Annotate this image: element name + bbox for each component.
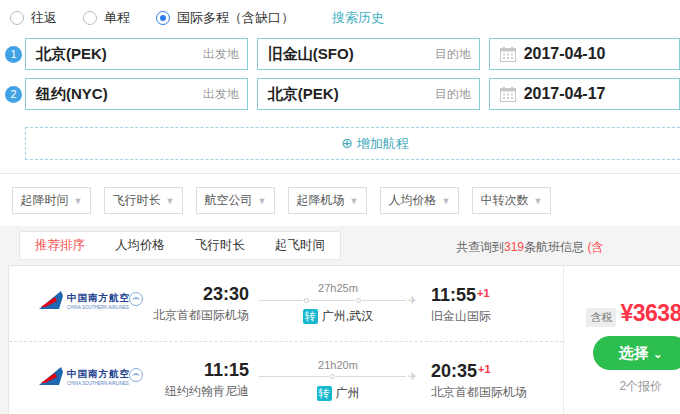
tax-included-badge: 含税	[586, 308, 616, 327]
radio-round-trip[interactable]: 往返	[10, 9, 57, 27]
radio-label: 国际多程（含缺口）	[177, 9, 294, 27]
date-value: 2017-04-10	[524, 45, 606, 63]
plane-icon: ✈	[408, 294, 417, 307]
filter-label: 中转次数	[481, 192, 529, 209]
arrival-info: 20:35+1 北京首都国际机场	[431, 359, 561, 401]
departure-label: 出发地	[203, 86, 239, 103]
departure-city-value: 纽约(NYC)	[36, 85, 108, 104]
filter-label: 人均价格	[389, 192, 437, 209]
filter-label: 起降机场	[297, 192, 345, 209]
select-flight-button[interactable]: 选择⌄	[593, 336, 680, 370]
filter-label: 航空公司	[205, 192, 253, 209]
departure-airport: 北京首都国际机场	[149, 307, 249, 324]
filter-airline[interactable]: 航空公司▼	[196, 187, 275, 214]
search-form: 往返 单程 国际多程（含缺口） 搜索历史 1 北京(PEK) 出发地 旧金山(S…	[0, 0, 680, 174]
plus-one-day: +1	[478, 363, 491, 375]
sort-bar: 推荐排序 人均价格 飞行时长 起飞时间 共查询到319条航班信息 (含	[0, 226, 680, 265]
route-info: 27h25m ✈ 转 广州,武汉	[259, 282, 417, 325]
departure-city-value: 北京(PEK)	[36, 45, 107, 64]
price-panel: 含税 ¥3638 起 选择⌄ 2个报价	[564, 266, 680, 414]
flight-duration: 21h20m	[259, 359, 417, 371]
radio-icon[interactable]	[83, 11, 97, 25]
radio-label: 单程	[104, 9, 130, 27]
arrival-label: 目的地	[435, 86, 471, 103]
transfer-badge: 转	[303, 309, 318, 324]
flight-duration: 27h25m	[259, 282, 417, 294]
chevron-down-icon: ▼	[350, 196, 359, 206]
radio-multi-city[interactable]: 国际多程（含缺口）	[156, 9, 294, 27]
departure-time: 11:15	[149, 360, 249, 380]
flight-segments: 中国南方航空 CHINA SOUTHERN AIRLINES 23:30 北京首…	[9, 266, 564, 414]
date-field-1[interactable]: 2017-04-10	[489, 38, 680, 70]
svg-text:CHINA SOUTHERN AIRLINES: CHINA SOUTHERN AIRLINES	[67, 381, 129, 386]
search-history-link[interactable]: 搜索历史	[332, 9, 384, 27]
filter-label: 飞行时长	[113, 192, 161, 209]
departure-airport: 纽约约翰肯尼迪	[149, 383, 249, 400]
plane-icon: ✈	[408, 370, 417, 383]
departure-info: 23:30 北京首都国际机场	[149, 284, 249, 324]
chevron-down-icon: ▼	[534, 196, 543, 206]
segment-form-row-1: 1 北京(PEK) 出发地 旧金山(SFO) 目的地 2017-04-10	[0, 38, 680, 70]
departure-time: 23:30	[149, 284, 249, 304]
departure-label: 出发地	[203, 46, 239, 63]
departure-info: 11:15 纽约约翰肯尼迪	[149, 360, 249, 400]
add-flight-label: 增加航程	[357, 136, 409, 151]
trip-type-row: 往返 单程 国际多程（含缺口） 搜索历史	[0, 6, 680, 30]
calendar-icon	[500, 87, 516, 102]
departure-city-field-2[interactable]: 纽约(NYC) 出发地	[25, 78, 248, 110]
chevron-down-icon: ▼	[74, 196, 83, 206]
transfer-info: 转 广州,武汉	[259, 308, 417, 325]
arrival-city-field-2[interactable]: 北京(PEK) 目的地	[257, 78, 480, 110]
segment-form-row-2: 2 纽约(NYC) 出发地 北京(PEK) 目的地 2017-04-17	[0, 78, 680, 110]
radio-icon[interactable]	[10, 11, 24, 25]
arrival-city-field-1[interactable]: 旧金山(SFO) 目的地	[257, 38, 480, 70]
segment-number-badge: 1	[5, 46, 22, 63]
chevron-down-icon: ▼	[442, 196, 451, 206]
add-flight-button[interactable]: ⊕增加航程	[25, 127, 680, 160]
date-value: 2017-04-17	[524, 85, 606, 103]
filter-duration[interactable]: 飞行时长▼	[104, 187, 183, 214]
calendar-icon	[500, 47, 516, 62]
route-info: 21h20m ✈ 转 广州	[259, 359, 417, 402]
sort-tab-group: 推荐排序 人均价格 飞行时长 起飞时间	[19, 231, 341, 260]
price-line: 含税 ¥3638 起	[586, 300, 680, 327]
filter-label: 起降时间	[21, 192, 69, 209]
arrival-city-value: 北京(PEK)	[268, 85, 339, 104]
sort-tab-price[interactable]: 人均价格	[100, 232, 180, 259]
chevron-down-icon: ⌄	[653, 347, 663, 361]
transfer-cities: 广州	[336, 385, 360, 402]
transfer-badge: 转	[317, 386, 332, 401]
chevron-down-icon: ▼	[258, 196, 267, 206]
results-section: 推荐排序 人均价格 飞行时长 起飞时间 共查询到319条航班信息 (含 中国南方…	[0, 226, 680, 414]
arrival-city-value: 旧金山(SFO)	[268, 45, 354, 64]
stop-dot-icon	[304, 298, 309, 303]
result-count: 319	[504, 240, 524, 254]
filter-stops[interactable]: 中转次数▼	[472, 187, 551, 214]
select-button-label: 选择	[619, 344, 649, 361]
radio-selected-icon[interactable]	[156, 11, 170, 25]
filter-departure-time[interactable]: 起降时间▼	[12, 187, 91, 214]
filter-price[interactable]: 人均价格▼	[380, 187, 459, 214]
svg-text:中国南方航空: 中国南方航空	[67, 368, 130, 379]
plus-one-day: +1	[477, 287, 490, 299]
sort-tab-departure[interactable]: 起飞时间	[260, 232, 340, 259]
flight-segment-2: 中国南方航空 CHINA SOUTHERN AIRLINES 11:15 纽约约…	[9, 342, 563, 414]
chevron-down-icon: ▼	[166, 196, 175, 206]
arrival-label: 目的地	[435, 46, 471, 63]
arrival-time: 20:35+1	[431, 359, 561, 381]
arrival-info: 11:55+1 旧金山国际	[431, 283, 561, 325]
sort-tab-recommended[interactable]: 推荐排序	[20, 232, 100, 259]
flight-result-card: 中国南方航空 CHINA SOUTHERN AIRLINES 23:30 北京首…	[8, 265, 680, 414]
filter-airport[interactable]: 起降机场▼	[288, 187, 367, 214]
departure-city-field-1[interactable]: 北京(PEK) 出发地	[25, 38, 248, 70]
arrival-time: 11:55+1	[431, 283, 561, 305]
route-line: ✈	[259, 295, 417, 305]
sort-tab-duration[interactable]: 飞行时长	[180, 232, 260, 259]
radio-label: 往返	[31, 9, 57, 27]
date-field-2[interactable]: 2017-04-17	[489, 78, 680, 110]
price-value: ¥3638	[620, 300, 680, 327]
filter-bar: 起降时间▼ 飞行时长▼ 航空公司▼ 起降机场▼ 人均价格▼ 中转次数▼	[0, 174, 680, 226]
svg-text:CHINA SOUTHERN AIRLINES: CHINA SOUTHERN AIRLINES	[67, 305, 129, 310]
result-count-summary: 共查询到319条航班信息 (含	[456, 239, 603, 256]
radio-one-way[interactable]: 单程	[83, 9, 130, 27]
